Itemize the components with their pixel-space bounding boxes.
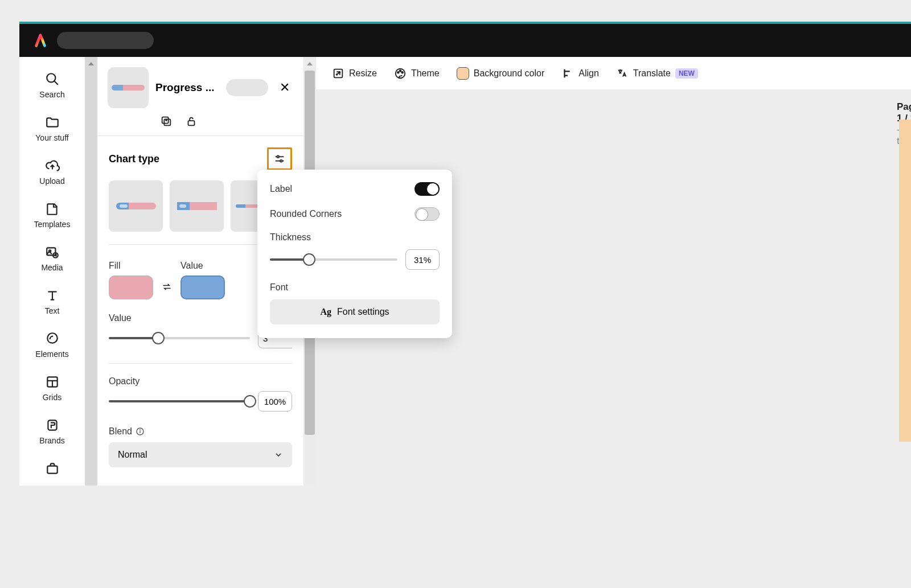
theme-label: Theme <box>411 68 440 79</box>
grids-icon <box>45 375 60 389</box>
sidebar-item-search[interactable]: Search <box>19 66 85 109</box>
panel-title: Progress ... <box>155 81 219 94</box>
sidebar-item-label: Text <box>45 306 60 315</box>
chart-type-label: Chart type <box>109 153 159 165</box>
svg-rect-11 <box>162 117 169 124</box>
sidebar-item-label: Elements <box>35 349 68 359</box>
chevron-down-icon <box>274 450 283 459</box>
translate-button[interactable]: Translate NEW <box>616 67 698 80</box>
document-title-input[interactable] <box>57 32 154 49</box>
thickness-slider[interactable] <box>270 258 397 261</box>
sidebar-item-media[interactable]: Media <box>19 239 85 282</box>
theme-button[interactable]: Theme <box>394 67 440 80</box>
sidebar-item-your-stuff[interactable]: Your stuff <box>19 109 85 153</box>
unlock-icon[interactable] <box>185 115 198 128</box>
templates-icon <box>45 202 60 216</box>
info-icon[interactable] <box>136 427 145 436</box>
svg-point-0 <box>47 73 55 82</box>
sidebar-item-templates[interactable]: Templates <box>19 196 85 239</box>
blend-select-value: Normal <box>118 450 147 460</box>
blend-label: Blend <box>109 426 132 437</box>
sidebar-item-text[interactable]: Text <box>19 282 85 326</box>
panel-scrollbar-left[interactable] <box>85 57 97 486</box>
thickness-label: Thickness <box>270 232 440 242</box>
sidebar-item-label: Grids <box>43 393 61 402</box>
svg-point-22 <box>397 71 399 73</box>
bgcolor-button[interactable]: Background color <box>457 67 545 80</box>
svg-point-16 <box>280 160 282 162</box>
align-label: Align <box>578 68 599 79</box>
panel-header-icons <box>97 114 303 135</box>
close-panel-button[interactable]: ✕ <box>275 78 294 97</box>
search-icon <box>45 72 60 87</box>
workspace: Search Your stuff Upload Templates Media… <box>19 57 911 486</box>
chart-settings-popover: Label Rounded Corners Thickness 31% Font… <box>257 170 452 338</box>
font-label: Font <box>270 282 440 293</box>
label-toggle-label: Label <box>270 184 292 194</box>
opacity-value-input[interactable]: 100% <box>258 391 292 412</box>
fill-color-swatch[interactable] <box>109 276 153 299</box>
svg-point-19 <box>140 430 141 430</box>
chart-type-settings-button[interactable] <box>267 147 292 170</box>
sidebar-item-label: Media <box>41 263 63 272</box>
sidebar-item-brands[interactable]: Brands <box>19 412 85 455</box>
chart-type-option-rounded[interactable] <box>109 180 163 232</box>
adobe-express-logo <box>32 32 49 49</box>
resize-button[interactable]: Resize <box>332 67 377 80</box>
addons-icon <box>45 461 60 476</box>
value-color-swatch[interactable] <box>180 276 225 299</box>
svg-point-23 <box>400 70 401 72</box>
text-icon <box>45 288 60 303</box>
resize-label: Resize <box>349 68 377 79</box>
fill-label: Fill <box>109 261 153 271</box>
titlebar <box>19 24 911 57</box>
sidebar-item-label: Search <box>39 90 64 99</box>
blend-select[interactable]: Normal <box>109 442 292 467</box>
scroll-up-icon <box>305 59 314 68</box>
sliders-icon <box>273 153 286 165</box>
svg-line-1 <box>54 81 58 85</box>
bgcolor-swatch-icon <box>457 67 469 80</box>
svg-rect-10 <box>164 119 170 125</box>
panel-action-pill[interactable] <box>226 79 268 96</box>
duplicate-icon[interactable] <box>160 115 173 128</box>
svg-rect-9 <box>47 466 57 474</box>
resize-icon <box>332 67 344 80</box>
value-label: Value <box>180 261 225 271</box>
chart-type-option-square[interactable] <box>170 180 224 232</box>
sidebar-item-label: Upload <box>39 176 64 186</box>
left-sidebar: Search Your stuff Upload Templates Media… <box>19 57 85 486</box>
sidebar-item-addons[interactable] <box>19 455 85 476</box>
divider <box>109 363 292 364</box>
sidebar-item-elements[interactable]: Elements <box>19 326 85 369</box>
panel-header: Progress ... ✕ <box>97 57 303 114</box>
design-canvas[interactable]: 35% <box>899 120 911 442</box>
thickness-value-input[interactable]: 31% <box>405 249 440 270</box>
swap-icon[interactable] <box>161 281 173 293</box>
align-button[interactable]: Align <box>561 67 599 80</box>
svg-point-24 <box>401 71 403 73</box>
new-badge: NEW <box>675 68 698 79</box>
theme-icon <box>394 67 407 80</box>
font-prefix-icon: Ag <box>320 307 331 317</box>
media-icon <box>45 245 60 260</box>
rounded-corners-toggle[interactable] <box>415 207 440 221</box>
sidebar-item-upload[interactable]: Upload <box>19 153 85 196</box>
canvas-toolbar: Resize Theme Background color Align Tran… <box>316 57 911 90</box>
sidebar-item-grids[interactable]: Grids <box>19 369 85 412</box>
bgcolor-label: Background color <box>474 68 545 79</box>
element-preview-thumbnail <box>108 67 149 108</box>
app-window: Search Your stuff Upload Templates Media… <box>19 22 911 486</box>
font-settings-button[interactable]: Ag Font settings <box>270 299 440 324</box>
value-slider[interactable] <box>109 337 250 339</box>
opacity-label: Opacity <box>109 376 292 386</box>
translate-icon <box>616 67 629 80</box>
opacity-slider-row: 100% <box>109 391 292 412</box>
shapes-icon <box>45 331 60 346</box>
svg-rect-12 <box>188 121 195 125</box>
sidebar-item-label: Brands <box>39 436 64 445</box>
rounded-corners-label: Rounded Corners <box>270 209 342 219</box>
opacity-slider[interactable] <box>109 400 250 402</box>
scroll-up-icon <box>87 59 96 68</box>
label-toggle[interactable] <box>415 182 440 196</box>
